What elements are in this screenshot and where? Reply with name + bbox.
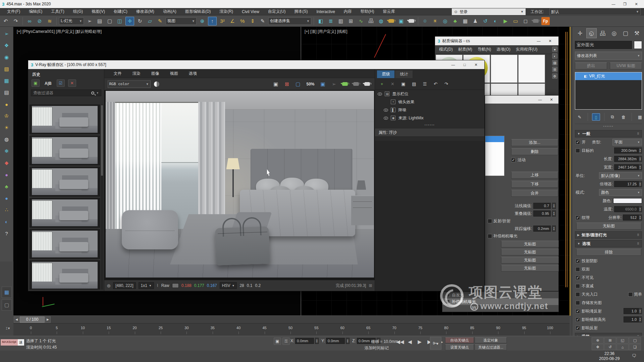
extrude-button[interactable]: 挤出 <box>575 62 607 69</box>
render-elements-list[interactable] <box>485 136 504 176</box>
history-item[interactable] <box>30 105 100 134</box>
spinner[interactable]: ▲▼ <box>638 308 642 314</box>
percent-snap-icon[interactable]: % <box>238 17 247 25</box>
dark-sphere-icon[interactable]: ◐ <box>2 217 11 226</box>
layer-list-icon[interactable]: ☰ <box>421 80 429 87</box>
add-layer-icon[interactable]: + <box>378 80 386 87</box>
unlink-icon[interactable]: ⊘ <box>35 17 44 25</box>
mirror-icon[interactable]: ◧ <box>316 17 325 25</box>
visibility-eye-icon[interactable] <box>384 117 388 120</box>
curve-editor-icon[interactable]: ∿ <box>357 17 365 25</box>
viewport-layout-button-b[interactable]: ▢ <box>2 299 12 311</box>
light-icon[interactable]: ⌾ <box>421 17 429 25</box>
menu-item-13[interactable]: Interactive <box>312 8 339 15</box>
menu-item-5[interactable]: 创建(C) <box>109 8 132 15</box>
rollout-options[interactable]: ▼选项⠿ <box>575 240 642 247</box>
material-slot[interactable] <box>491 83 518 96</box>
app-close-button[interactable]: ✕ <box>631 1 642 7</box>
stack-item-vraylight[interactable]: ◧ VR_灯光 <box>575 72 642 80</box>
spinner[interactable]: ▲▼ <box>552 203 556 209</box>
history-item[interactable] <box>30 229 100 259</box>
viewport-layout-button-a[interactable]: ▦ <box>2 287 12 298</box>
schematic-view-icon[interactable]: 品 <box>367 17 375 25</box>
clear-history-icon[interactable]: ✕ <box>68 79 76 87</box>
width-field[interactable]: 2467.145m <box>614 164 638 170</box>
select-object-icon[interactable]: ➢ <box>85 17 94 25</box>
zoom-all-icon[interactable]: ⊞ <box>604 337 616 344</box>
menu-item-4[interactable]: 视图(V) <box>87 8 109 15</box>
option-checkbox[interactable]: ✓ <box>576 309 580 313</box>
rollout-sampling[interactable]: ▶采样⠿ <box>575 333 642 336</box>
render-setup-teapot-icon[interactable] <box>387 17 395 25</box>
mat-menu-item-0[interactable]: 模式(D) <box>436 46 455 53</box>
door-icon[interactable]: ◻ <box>521 17 530 25</box>
history-item[interactable] <box>30 136 100 165</box>
play-anim-icon[interactable]: ▶ <box>501 17 510 25</box>
zoom-icon[interactable]: ⊕ <box>592 337 604 344</box>
spinner-snap-icon[interactable]: ⇕ <box>248 17 257 25</box>
selected-object-dropdown[interactable]: 选定对象 <box>475 337 507 343</box>
zoom-region-icon[interactable]: ▢ <box>629 337 641 344</box>
texture-checkbox[interactable]: ✓ <box>576 216 580 220</box>
configure-modifier-icon[interactable]: ▦ <box>636 113 644 121</box>
edit-selset-icon[interactable]: ✎ <box>258 17 267 25</box>
param-field[interactable]: 0.7 <box>533 203 551 209</box>
modifier-stack[interactable]: ◧ VR_灯光 <box>575 72 642 110</box>
menu-item-14[interactable]: 内容 <box>339 8 356 15</box>
pan-hand-icon[interactable]: ❖ <box>2 41 11 50</box>
undo-icon[interactable]: ↶ <box>1 17 10 25</box>
sphere-purple-icon[interactable]: ● <box>2 170 11 179</box>
option-checkbox[interactable]: ✓ <box>576 326 580 330</box>
use-pivot-icon[interactable]: ⊕ <box>198 17 207 25</box>
maximize-viewport-icon[interactable]: ❏ <box>629 344 641 350</box>
color-dots-icon[interactable]: ∴ <box>2 205 11 214</box>
menu-item-8[interactable]: 图形编辑器(D) <box>181 8 215 15</box>
tab-layers[interactable]: 层级 <box>377 70 394 78</box>
render-teapot-icon[interactable] <box>363 80 371 88</box>
history-scrollbar[interactable] <box>101 105 103 290</box>
selected-element[interactable] <box>485 136 504 142</box>
save-image-icon[interactable]: ▣ <box>271 80 280 88</box>
region-render-icon[interactable]: ▢ <box>293 80 302 88</box>
option-checkbox[interactable] <box>576 292 580 297</box>
orbit-icon[interactable]: ↺ <box>604 344 616 350</box>
rollout-general[interactable]: ▼一般⠿ <box>575 130 642 137</box>
ipr-teapot-icon[interactable] <box>340 80 349 88</box>
stamp-icon[interactable]: ▣ <box>318 80 327 88</box>
redo-layer-icon[interactable]: ↷ <box>442 80 450 87</box>
option-checkbox[interactable]: ✓ <box>576 259 580 263</box>
render-setup-titlebar[interactable]: — ✕ <box>485 96 558 104</box>
pixel-zoom-dropdown[interactable]: 1x1▼ <box>139 282 154 289</box>
layer-row[interactable]: ▌降噪 <box>375 106 484 114</box>
camera-icon[interactable]: ◎ <box>441 17 449 25</box>
mat-menu-item-3[interactable]: 选项(O) <box>494 46 513 53</box>
maxscript-mini-listener[interactable]: MAXScript 迷 <box>1 339 24 346</box>
option-checkbox[interactable] <box>576 284 580 288</box>
pan-icon[interactable]: ✥ <box>592 344 604 350</box>
backlight-icon[interactable]: ◐ <box>552 53 557 59</box>
mat-menu-item-2[interactable]: 导航(N) <box>475 46 494 53</box>
login-dropdown[interactable]: ☺ 登录 ▼ <box>452 8 526 15</box>
lattice-icon[interactable]: ❄ <box>2 147 11 156</box>
select-cursor-icon[interactable]: ➢ <box>2 29 11 38</box>
isolate-selection-icon[interactable]: ▣ <box>274 338 281 345</box>
rotate-icon[interactable]: ↻ <box>136 17 144 25</box>
no-map-button[interactable]: 无贴图 <box>501 257 559 263</box>
vfb-close-button[interactable]: ✕ <box>470 61 482 68</box>
sun-icon[interactable]: ☀ <box>431 17 439 25</box>
align-icon[interactable]: ≣ <box>326 17 335 25</box>
sample-type-icon[interactable]: ● <box>552 47 557 52</box>
auto-key-button[interactable]: 自动关键点 <box>445 337 474 343</box>
options-icon[interactable]: ⚙ <box>552 73 557 79</box>
menu-item-9[interactable]: 渲染(R) <box>215 8 237 15</box>
grid-corner-icon[interactable]: ⊞ <box>369 283 372 288</box>
crown-icon[interactable]: ♔ <box>2 112 11 120</box>
vfb-menu-item-0[interactable]: 文件 <box>108 70 127 77</box>
test-resolution-icon[interactable]: 50% <box>305 80 316 88</box>
coord-field[interactable]: 0.0mm <box>295 338 314 344</box>
top-viewport-label[interactable]: [+] [顶] [用户定义] [线框] <box>305 29 347 35</box>
reference-coord-dropdown[interactable]: 视图▼ <box>166 17 197 25</box>
render-setup-close-button[interactable]: ✕ <box>546 96 557 103</box>
exclude-button[interactable]: 排除 <box>576 249 641 256</box>
app-minimize-button[interactable]: — <box>608 1 619 7</box>
